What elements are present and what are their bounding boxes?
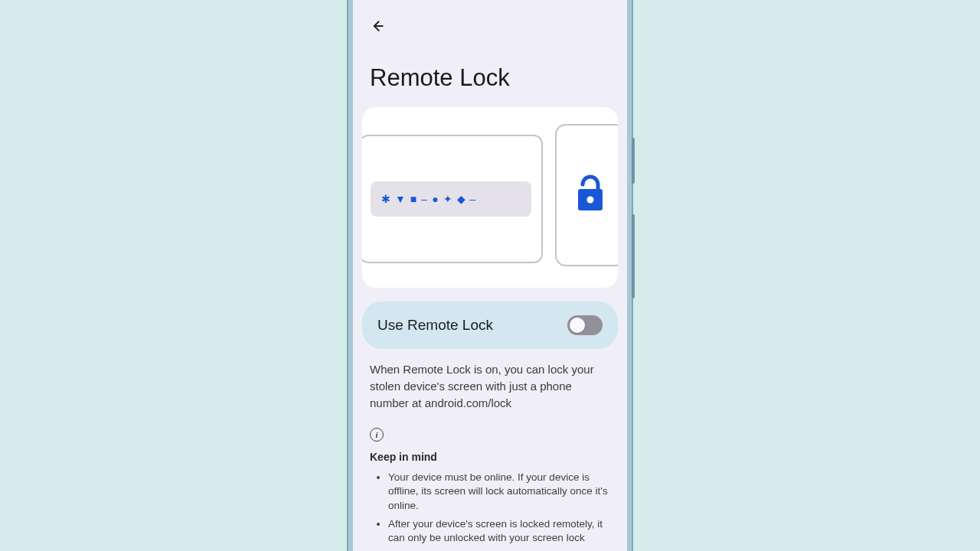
hero-input-card: ✱ ▼ ■ – ● ✦ ◆ – — [362, 135, 543, 263]
use-remote-lock-row[interactable]: Use Remote Lock — [362, 302, 618, 349]
toggle-label: Use Remote Lock — [377, 317, 493, 334]
pwd-glyph: ✱ — [381, 194, 390, 204]
keep-heading: Keep in mind — [370, 451, 610, 463]
description-text: When Remote Lock is on, you can lock you… — [353, 349, 627, 428]
pwd-glyph: ▼ — [395, 194, 406, 204]
pwd-glyph: – — [470, 194, 476, 204]
hero-lock-card — [555, 124, 618, 266]
phone-frame: Remote Lock ✱ ▼ ■ – ● ✦ ◆ – — [348, 0, 632, 551]
pwd-glyph: ■ — [410, 194, 416, 204]
pwd-glyph: ◆ — [457, 194, 466, 204]
keep-list: Your device must be online. If your devi… — [370, 471, 610, 545]
keep-item: Your device must be online. If your devi… — [388, 471, 610, 513]
pwd-glyph: – — [421, 194, 427, 204]
back-arrow-icon — [370, 18, 385, 34]
password-field-illustration: ✱ ▼ ■ – ● ✦ ◆ – — [371, 181, 531, 217]
hero-illustration: ✱ ▼ ■ – ● ✦ ◆ – — [362, 107, 618, 288]
topbar — [353, 0, 627, 40]
info-icon: i — [370, 428, 384, 442]
back-button[interactable] — [364, 12, 391, 40]
toggle-knob — [570, 318, 585, 333]
remote-lock-toggle[interactable] — [567, 315, 603, 335]
keep-in-mind-section: i Keep in mind Your device must be onlin… — [353, 428, 627, 545]
screen: Remote Lock ✱ ▼ ■ – ● ✦ ◆ – — [353, 0, 627, 551]
pwd-glyph: ✦ — [443, 194, 452, 204]
pwd-glyph: ● — [432, 194, 438, 204]
unlock-icon — [573, 174, 607, 217]
svg-point-2 — [587, 197, 594, 204]
keep-item: After your device's screen is locked rem… — [388, 517, 610, 545]
page-title: Remote Lock — [353, 40, 627, 107]
